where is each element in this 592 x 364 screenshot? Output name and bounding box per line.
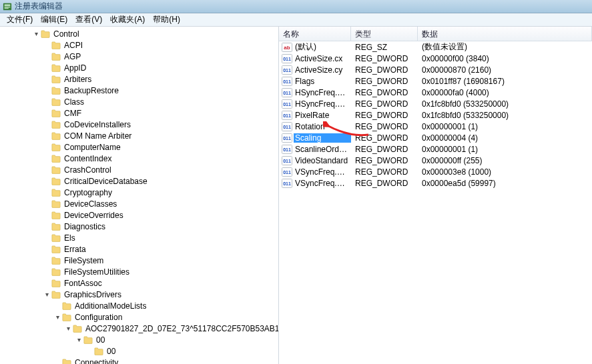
svg-text:011: 011: [283, 91, 291, 95]
dword-value-icon: 011: [282, 179, 292, 188]
value-name: HSyncFreq.Den...: [294, 88, 351, 97]
value-name: Scaling: [294, 133, 351, 143]
svg-text:011: 011: [283, 102, 291, 107]
tree-node[interactable]: DeviceOverrides: [0, 209, 278, 221]
tree-node-label: ContentIndex: [63, 154, 113, 163]
menu-file[interactable]: 文件(F): [3, 13, 37, 27]
tree-node[interactable]: Diagnostics: [0, 221, 278, 232]
folder-icon: [51, 109, 61, 117]
tree-node[interactable]: CMF: [0, 107, 278, 119]
value-row[interactable]: 011RotationREG_DWORD0x00000001 (1): [279, 121, 592, 132]
menu-view[interactable]: 查看(V): [71, 13, 106, 27]
tree-node[interactable]: Connectivity: [0, 357, 278, 364]
tree-node[interactable]: CrashControl: [0, 164, 278, 175]
app-icon: [3, 2, 12, 11]
svg-text:011: 011: [283, 125, 291, 129]
tree-node[interactable]: Cryptography: [0, 187, 278, 198]
tree-node-label: Configuration: [73, 313, 123, 322]
menu-help[interactable]: 帮助(H): [149, 13, 184, 27]
value-row[interactable]: 011HSyncFreq.Den...REG_DWORD0x00000fa0 (…: [279, 87, 592, 98]
column-type[interactable]: 类型: [351, 27, 418, 41]
expander-none: [43, 132, 51, 140]
expander-open-icon[interactable]: ▾: [75, 336, 83, 344]
tree-node-label: AGP: [63, 52, 82, 61]
tree-node[interactable]: AdditionalModeLists: [0, 300, 278, 311]
menu-edit[interactable]: 编辑(E): [37, 13, 71, 27]
folder-icon: [51, 223, 61, 231]
value-row[interactable]: 011VideoStandardREG_DWORD0x000000ff (255…: [279, 155, 592, 166]
tree-node[interactable]: FileSystemUtilities: [0, 266, 278, 277]
tree-node[interactable]: Class: [0, 96, 278, 107]
registry-tree: ▾ControlACPIAGPAppIDArbitersBackupRestor…: [0, 27, 278, 364]
tree-node[interactable]: ▾GraphicsDrivers: [0, 289, 278, 300]
tree-node-label: CMF: [63, 109, 83, 118]
expander-none: [43, 143, 51, 151]
tree-node[interactable]: ▾00: [0, 334, 278, 345]
svg-rect-3: [5, 7, 9, 8]
expander-open-icon[interactable]: ▾: [64, 325, 72, 333]
value-row[interactable]: 011ScanlineOrderingREG_DWORD0x00000001 (…: [279, 143, 592, 155]
value-name: VideoStandard: [294, 156, 351, 165]
value-row[interactable]: 011FlagsREG_DWORD0x0101ff87 (16908167): [279, 75, 592, 87]
value-row[interactable]: 011HSyncFreq.Nu...REG_DWORD0x1fc8bfd0 (5…: [279, 98, 592, 109]
tree-node[interactable]: CoDeviceInstallers: [0, 119, 278, 130]
value-row[interactable]: 011ActiveSize.cyREG_DWORD0x00000870 (216…: [279, 64, 592, 75]
tree-node[interactable]: ComputerName: [0, 141, 278, 153]
folder-icon: [51, 41, 61, 49]
tree-pane[interactable]: ▾ControlACPIAGPAppIDArbitersBackupRestor…: [0, 27, 279, 364]
tree-node[interactable]: AGP: [0, 51, 278, 62]
dword-value-icon: 011: [282, 111, 292, 120]
column-name[interactable]: 名称: [279, 27, 351, 41]
tree-node[interactable]: FileSystem: [0, 255, 278, 266]
tree-node[interactable]: ContentIndex: [0, 153, 278, 164]
tree-node[interactable]: ACPI: [0, 39, 278, 51]
tree-node[interactable]: Arbiters: [0, 73, 278, 85]
expander-none: [43, 87, 51, 95]
tree-node[interactable]: COM Name Arbiter: [0, 130, 278, 141]
folder-icon: [62, 313, 71, 321]
tree-node[interactable]: ▾AOC27901827_2D_07E2_73^51178CC2F570B53A…: [0, 323, 278, 334]
tree-node[interactable]: Errata: [0, 243, 278, 255]
tree-node[interactable]: 00: [0, 345, 278, 357]
tree-node[interactable]: CriticalDeviceDatabase: [0, 175, 278, 187]
value-name: ActiveSize.cy: [294, 65, 351, 75]
folder-icon: [51, 87, 61, 95]
tree-node[interactable]: Els: [0, 232, 278, 243]
tree-node[interactable]: AppID: [0, 62, 278, 73]
values-list: ab(默认)REG_SZ(数值未设置)011ActiveSize.cxREG_D…: [279, 41, 592, 189]
column-data[interactable]: 数据: [418, 27, 592, 41]
values-pane[interactable]: 名称 类型 数据 ab(默认)REG_SZ(数值未设置)011ActiveSiz…: [279, 27, 592, 364]
folder-icon: [51, 132, 61, 140]
folder-icon: [51, 177, 61, 185]
value-row[interactable]: 011PixelRateREG_DWORD0x1fc8bfd0 (5332500…: [279, 109, 592, 121]
value-type: REG_DWORD: [351, 65, 418, 75]
tree-node[interactable]: FontAssoc: [0, 277, 278, 289]
tree-node[interactable]: ▾Configuration: [0, 311, 278, 323]
menu-favorites[interactable]: 收藏夹(A): [106, 13, 149, 27]
value-row[interactable]: 011VSyncFreq.Nu...REG_DWORD0x0000ea5d (5…: [279, 177, 592, 189]
expander-open-icon[interactable]: ▾: [32, 30, 40, 38]
value-type: REG_DWORD: [351, 145, 418, 154]
folder-icon: [83, 336, 93, 344]
folder-icon: [51, 98, 61, 106]
value-data: 0x000003e8 (1000): [418, 167, 592, 177]
value-type: REG_DWORD: [351, 156, 418, 165]
expander-open-icon[interactable]: ▾: [53, 313, 61, 321]
value-row[interactable]: 011ScalingREG_DWORD0x00000004 (4): [279, 132, 592, 143]
value-row[interactable]: ab(默认)REG_SZ(数值未设置): [279, 41, 592, 53]
expander-none: [43, 189, 51, 197]
value-type: REG_DWORD: [351, 88, 418, 97]
tree-node[interactable]: DeviceClasses: [0, 198, 278, 209]
value-row[interactable]: 011VSyncFreq.Den...REG_DWORD0x000003e8 (…: [279, 166, 592, 177]
tree-node[interactable]: ▾Control: [0, 28, 278, 39]
tree-node-label: Control: [52, 29, 81, 39]
tree-node[interactable]: BackupRestore: [0, 85, 278, 96]
expander-none: [43, 166, 51, 174]
value-type: REG_DWORD: [351, 111, 418, 120]
expander-none: [43, 234, 51, 242]
folder-icon: [51, 64, 61, 72]
tree-node-label: AOC27901827_2D_07E2_73^51178CC2F570B53AB…: [84, 324, 279, 333]
value-row[interactable]: 011ActiveSize.cxREG_DWORD0x00000f00 (384…: [279, 53, 592, 64]
expander-open-icon[interactable]: ▾: [43, 291, 51, 299]
expander-none: [43, 75, 51, 83]
